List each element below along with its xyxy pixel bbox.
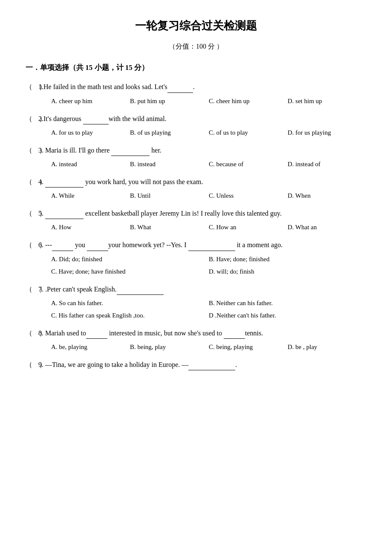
q4-optD: D. When (288, 190, 366, 202)
q6-optD: D. will; do; finish (209, 266, 366, 277)
q3-optA: A. instead (51, 159, 130, 170)
q3-optD: D. instead of (288, 159, 366, 170)
q6-paren: （ ） (26, 239, 38, 251)
q8-optA: A. be, playing (51, 341, 130, 353)
q2-optA: A. for us to play (51, 127, 130, 138)
q3-text: 3. Maria is ill. I'll go there her. (38, 144, 366, 156)
q2-optD: D. for us playing (288, 127, 366, 138)
question-1: （ ） 1.He failed in the math test and loo… (26, 81, 366, 107)
q7-options: A. So can his father. B. Neither can his… (26, 297, 366, 321)
q8-options: A. be, playing B. being, play C. being, … (26, 341, 366, 353)
q7-optC: C. His father can speak English ,too. (51, 310, 209, 321)
question-3: （ ） 3. Maria is ill. I'll go there her. … (26, 144, 366, 170)
q3-paren: （ ） (26, 145, 38, 156)
q4-optC: C. Unless (209, 190, 288, 202)
q1-optD: D. set him up (288, 95, 366, 107)
q9-paren: （ ） (26, 359, 38, 370)
q1-optB: B. put him up (130, 95, 209, 107)
q6-text: 6. --- you your homework yet? --Yes. I i… (38, 239, 366, 251)
subtitle: （分值：100 分 ） (26, 41, 366, 52)
q3-optB: B. instead (130, 159, 209, 170)
q6-optC: C. Have; done; have finished (51, 266, 209, 277)
q1-options: A. cheer up him B. put him up C. cheer h… (26, 95, 366, 107)
q4-optB: B. Until (130, 190, 209, 202)
q6-optB: B. Have; done; finished (209, 254, 366, 265)
q7-text: 7. .Peter can't speak English. (38, 283, 366, 295)
section1-title: 一．单项选择（共 15 小题，计 15 分） (26, 62, 366, 73)
q5-options: A. How B. What C. How an D. What an (26, 222, 366, 233)
question-8: （ ） 8. Mariah used to interested in musi… (26, 327, 366, 353)
q7-optD: D .Neither can't his father. (209, 310, 366, 321)
q5-optB: B. What (130, 222, 209, 233)
q2-text: 2.It's dangerous with the wild animal. (38, 113, 366, 124)
q8-text: 8. Mariah used to interested in music, b… (38, 327, 366, 339)
q5-paren: （ ） (26, 208, 38, 219)
q6-optA: A. Did; do; finished (51, 254, 209, 265)
q3-optC: C. because of (209, 159, 288, 170)
question-5: （ ） 5. excellent basketball player Jerem… (26, 208, 366, 233)
question-2: （ ） 2.It's dangerous with the wild anima… (26, 113, 366, 138)
q8-optC: C. being, playing (209, 341, 288, 353)
question-9: （ ） 9. —Tina, we are going to take a hol… (26, 359, 366, 370)
q7-optA: A. So can his father. (51, 297, 209, 309)
question-6: （ ） 6. --- you your homework yet? --Yes.… (26, 239, 366, 277)
q1-text: 1.He failed in the math test and looks s… (38, 81, 366, 92)
q1-optA: A. cheer up him (51, 95, 130, 107)
q2-optC: C. of us to play (209, 127, 288, 138)
q2-paren: （ ） (26, 113, 38, 124)
q8-paren: （ ） (26, 328, 38, 339)
q7-optB: B. Neither can his father. (209, 297, 366, 309)
q9-text: 9. —Tina, we are going to take a holiday… (38, 359, 366, 370)
question-4: （ ） 4. you work hard, you will not pass … (26, 176, 366, 202)
page-title: 一轮复习综合过关检测题 (26, 17, 366, 35)
q5-optD: D. What an (288, 222, 366, 233)
q1-optC: C. cheer him up (209, 95, 288, 107)
q5-optA: A. How (51, 222, 130, 233)
q2-options: A. for us to play B. of us playing C. of… (26, 127, 366, 138)
q3-options: A. instead B. instead C. because of D. i… (26, 159, 366, 170)
q6-options: A. Did; do; finished B. Have; done; fini… (26, 254, 366, 277)
q7-paren: （ ） (26, 284, 38, 295)
q5-text: 5. excellent basketball player Jeremy Li… (38, 208, 366, 219)
q8-optB: B. being, play (130, 341, 209, 353)
q5-optC: C. How an (209, 222, 288, 233)
q8-optD: D. be , play (288, 341, 366, 353)
q4-optA: A. While (51, 190, 130, 202)
q4-text: 4. you work hard, you will not pass the … (38, 176, 366, 188)
q1-paren: （ ） (26, 81, 38, 92)
q4-paren: （ ） (26, 176, 38, 188)
question-7: （ ） 7. .Peter can't speak English. A. So… (26, 283, 366, 321)
q4-options: A. While B. Until C. Unless D. When (26, 190, 366, 202)
q2-optB: B. of us playing (130, 127, 209, 138)
